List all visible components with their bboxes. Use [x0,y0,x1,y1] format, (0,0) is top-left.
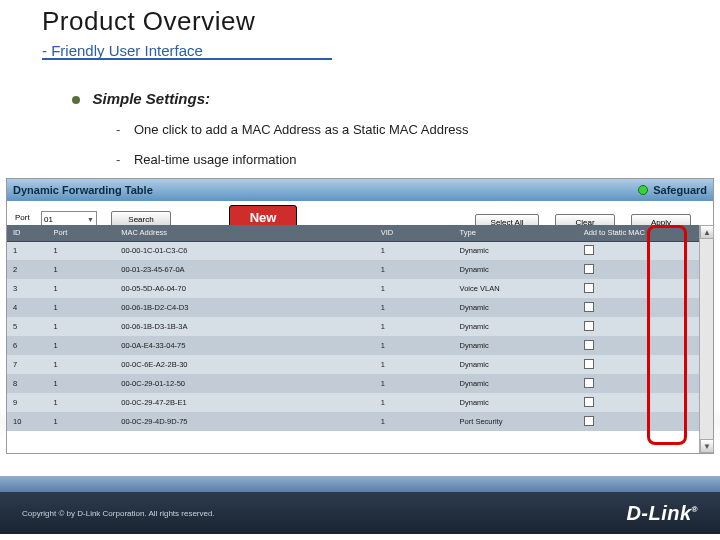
safeguard-label: Safeguard [653,184,707,196]
cell-type: Voice VLAN [454,279,578,298]
cell-id: 3 [7,279,48,298]
cell-type: Dynamic [454,355,578,374]
bullet-sub-1: - One click to add a MAC Address as a St… [116,122,469,137]
cell-mac: 00-06-1B-D3-1B-3A [115,317,374,336]
cell-mac: 00-0C-29-01-12-50 [115,374,374,393]
add-checkbox[interactable] [584,302,594,312]
panel-title: Dynamic Forwarding Table [13,184,153,196]
add-checkbox[interactable] [584,397,594,407]
cell-add [578,260,713,279]
col-vid: VID [375,225,454,241]
cell-mac: 00-05-5D-A6-04-70 [115,279,374,298]
cell-vid: 1 [375,241,454,260]
cell-add [578,298,713,317]
cell-type: Dynamic [454,336,578,355]
col-id: ID [7,225,48,241]
add-checkbox[interactable] [584,359,594,369]
bullet-main: Simple Settings: [72,90,210,108]
add-checkbox[interactable] [584,378,594,388]
col-mac: MAC Address [115,225,374,241]
table-row: 5100-06-1B-D3-1B-3A1Dynamic [7,317,713,336]
cell-vid: 1 [375,336,454,355]
table-row: 6100-0A-E4-33-04-751Dynamic [7,336,713,355]
cell-type: Dynamic [454,298,578,317]
cell-port: 1 [48,241,116,260]
cell-vid: 1 [375,317,454,336]
cell-vid: 1 [375,374,454,393]
cell-vid: 1 [375,412,454,431]
cell-mac: 00-0A-E4-33-04-75 [115,336,374,355]
dash-icon: - [116,152,120,167]
add-checkbox[interactable] [584,283,594,293]
dash-icon: - [116,122,120,137]
cell-id: 8 [7,374,48,393]
table-row: 8100-0C-29-01-12-501Dynamic [7,374,713,393]
cell-vid: 1 [375,260,454,279]
safeguard-badge: Safeguard [638,184,707,196]
cell-add [578,279,713,298]
add-checkbox[interactable] [584,245,594,255]
add-checkbox[interactable] [584,264,594,274]
cell-type: Dynamic [454,374,578,393]
cell-add [578,317,713,336]
cell-mac: 00-01-23-45-67-0A [115,260,374,279]
cell-id: 10 [7,412,48,431]
cell-mac: 00-0C-29-47-2B-E1 [115,393,374,412]
cell-add [578,355,713,374]
bullet-sub-2: - Real-time usage information [116,152,297,167]
cell-vid: 1 [375,393,454,412]
cell-id: 5 [7,317,48,336]
cell-port: 1 [48,279,116,298]
add-checkbox[interactable] [584,340,594,350]
add-checkbox[interactable] [584,416,594,426]
scroll-up-icon[interactable]: ▲ [700,225,714,239]
panel-header: Dynamic Forwarding Table Safeguard [7,179,713,201]
col-type: Type [454,225,578,241]
forwarding-table: ID Port MAC Address VID Type Add to Stat… [7,225,713,431]
scroll-down-icon[interactable]: ▼ [700,439,714,453]
table-container: ID Port MAC Address VID Type Add to Stat… [7,225,713,453]
port-label: Port [15,213,30,222]
cell-port: 1 [48,393,116,412]
safeguard-dot-icon [638,185,648,195]
cell-id: 1 [7,241,48,260]
cell-id: 4 [7,298,48,317]
table-row: 1100-00-1C-01-C3-C61Dynamic [7,241,713,260]
cell-type: Port Security [454,412,578,431]
cell-id: 7 [7,355,48,374]
add-checkbox[interactable] [584,321,594,331]
table-row: 10100-0C-29-4D-9D-751Port Security [7,412,713,431]
title-underline [42,58,332,60]
chevron-down-icon: ▼ [87,216,94,223]
cell-port: 1 [48,336,116,355]
cell-type: Dynamic [454,260,578,279]
cell-add [578,412,713,431]
bullet-sub-1-text: One click to add a MAC Address as a Stat… [134,122,469,137]
cell-type: Dynamic [454,393,578,412]
copyright-text: Copyright © by D-Link Corporation. All r… [22,509,215,518]
col-add: Add to Static MAC [578,225,713,241]
brand-logo: D-Link® [626,502,698,525]
cell-port: 1 [48,317,116,336]
scrollbar[interactable]: ▲ ▼ [699,225,713,453]
table-row: 7100-0C-6E-A2-2B-301Dynamic [7,355,713,374]
cell-mac: 00-06-1B-D2-C4-D3 [115,298,374,317]
cell-id: 9 [7,393,48,412]
port-select-value: 01 [44,215,53,224]
table-row: 2100-01-23-45-67-0A1Dynamic [7,260,713,279]
table-row: 9100-0C-29-47-2B-E11Dynamic [7,393,713,412]
cell-add [578,241,713,260]
forwarding-table-panel: Dynamic Forwarding Table Safeguard Port … [6,178,714,454]
cell-port: 1 [48,374,116,393]
cell-mac: 00-00-1C-01-C3-C6 [115,241,374,260]
footer-accent [0,476,720,492]
bullet-sub-2-text: Real-time usage information [134,152,297,167]
cell-vid: 1 [375,298,454,317]
cell-add [578,393,713,412]
table-row: 3100-05-5D-A6-04-701Voice VLAN [7,279,713,298]
cell-add [578,374,713,393]
cell-mac: 00-0C-29-4D-9D-75 [115,412,374,431]
cell-type: Dynamic [454,241,578,260]
footer: Copyright © by D-Link Corporation. All r… [0,492,720,534]
page-title: Product Overview [42,6,255,37]
